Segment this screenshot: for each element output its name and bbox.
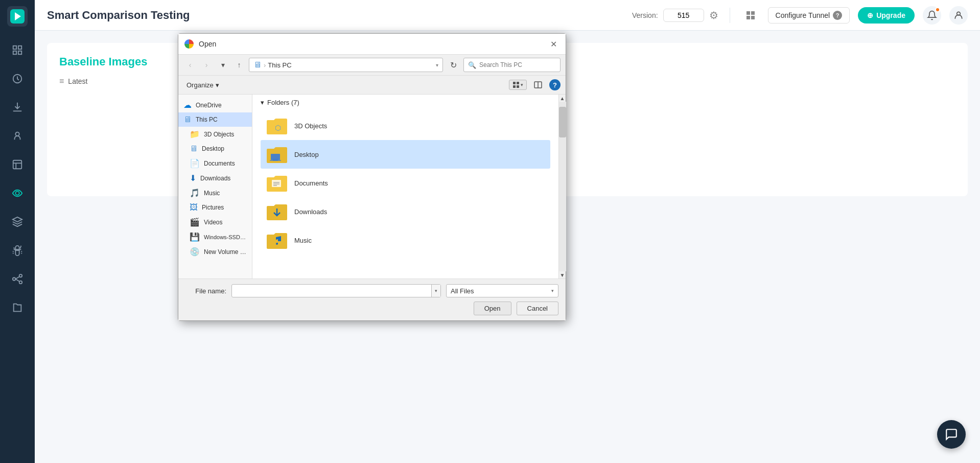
scrollbar-track[interactable]	[559, 102, 566, 271]
nav-windows-ssd[interactable]: 💾 Windows-SSD (C	[178, 229, 252, 244]
filename-input-wrap: ▾	[231, 284, 441, 297]
right-scrollbar: ▲ ▼	[558, 95, 566, 279]
nav-downloads-label: Downloads	[200, 175, 230, 182]
dialog-titlebar: Open ✕	[178, 34, 566, 55]
nav-documents[interactable]: 📄 Documents	[178, 156, 252, 171]
left-nav-panel: ☁ OneDrive 🖥 This PC 📁 3D Objects 🖥 Desk…	[178, 95, 252, 279]
file-item-documents[interactable]: Documents	[261, 169, 550, 197]
svg-rect-30	[272, 180, 281, 187]
organize-label: Organize	[186, 81, 214, 89]
svg-rect-21	[517, 82, 519, 84]
filename-label: File name:	[185, 287, 226, 295]
nav-onedrive-label: OneDrive	[196, 102, 222, 109]
this-pc-icon: 🖥	[183, 115, 192, 124]
file-item-desktop[interactable]: Desktop	[261, 140, 550, 169]
nav-new-volume[interactable]: 💿 New Volume (D:	[178, 244, 252, 259]
help-button[interactable]: ?	[549, 79, 561, 90]
cancel-button[interactable]: Cancel	[517, 302, 558, 315]
windows-ssd-icon: 💾	[190, 232, 200, 242]
preview-pane-button[interactable]	[531, 78, 545, 92]
nav-documents-label: Documents	[204, 160, 235, 167]
nav-this-pc-label: This PC	[196, 116, 218, 123]
open-button[interactable]: Open	[474, 302, 511, 315]
file-list-panel: ▾ Folders (7) ⬡ 3D Objects	[252, 95, 558, 279]
music-folder-icon	[267, 230, 287, 250]
dialog-overlay: Open ✕ ‹ › ▾ ↑ 🖥 › This PC ▾ ↻ 🔍 Organ	[0, 0, 980, 463]
path-chevron: ▾	[436, 62, 438, 68]
desktop-icon: 🖥	[190, 144, 198, 153]
organize-button[interactable]: Organize ▾	[183, 80, 222, 90]
svg-rect-20	[513, 82, 516, 84]
documents-folder-icon	[267, 173, 287, 193]
scroll-up-button[interactable]: ▲	[559, 95, 566, 102]
nav-3d-objects[interactable]: 📁 3D Objects	[178, 127, 252, 142]
search-icon: 🔍	[468, 61, 476, 69]
music-icon: 🎵	[190, 188, 200, 198]
new-volume-icon: 💿	[190, 247, 200, 257]
path-text: This PC	[268, 61, 291, 69]
up-button[interactable]: ↑	[232, 58, 246, 72]
nav-music-label: Music	[204, 190, 220, 197]
search-input[interactable]	[479, 61, 556, 68]
downloads-name: Downloads	[294, 208, 327, 216]
button-row: Open Cancel	[185, 302, 558, 315]
videos-icon: 🎬	[190, 217, 200, 227]
file-item-3d-objects[interactable]: ⬡ 3D Objects	[261, 111, 550, 140]
folders-header: ▾ Folders (7)	[261, 99, 550, 106]
nav-onedrive[interactable]: ☁ OneDrive	[178, 98, 252, 112]
filetype-select[interactable]: All Files ▾	[446, 284, 558, 297]
pictures-icon: 🖼	[190, 203, 198, 212]
view-options-button[interactable]: ▾	[509, 80, 527, 90]
nav-music[interactable]: 🎵 Music	[178, 186, 252, 200]
file-open-dialog: Open ✕ ‹ › ▾ ↑ 🖥 › This PC ▾ ↻ 🔍 Organ	[178, 33, 566, 321]
documents-name: Documents	[294, 179, 328, 187]
onedrive-icon: ☁	[183, 100, 192, 110]
nav-videos-label: Videos	[204, 219, 222, 226]
nav-new-volume-label: New Volume (D:	[204, 248, 247, 256]
nav-downloads[interactable]: ⬇ Downloads	[178, 171, 252, 186]
chrome-icon	[184, 39, 194, 49]
dialog-addressbar: ‹ › ▾ ↑ 🖥 › This PC ▾ ↻ 🔍	[178, 55, 566, 76]
svg-text:⬡: ⬡	[275, 124, 281, 132]
filename-row: File name: ▾ All Files ▾	[185, 284, 558, 297]
nav-desktop-label: Desktop	[202, 145, 224, 152]
svg-rect-22	[513, 85, 516, 88]
refresh-button[interactable]: ↻	[446, 58, 460, 72]
documents-icon: 📄	[190, 158, 200, 168]
nav-this-pc[interactable]: 🖥 This PC	[178, 112, 252, 127]
organize-chevron: ▾	[216, 81, 219, 89]
3d-objects-name: 3D Objects	[294, 122, 327, 130]
svg-rect-23	[517, 85, 519, 88]
nav-pictures[interactable]: 🖼 Pictures	[178, 200, 252, 215]
downloads-folder-icon	[267, 201, 287, 222]
music-name: Music	[294, 237, 312, 244]
desktop-name: Desktop	[294, 151, 319, 158]
search-box: 🔍	[463, 58, 561, 72]
scroll-down-button[interactable]: ▼	[559, 271, 566, 279]
desktop-folder-icon	[267, 144, 287, 165]
nav-windows-ssd-label: Windows-SSD (C	[204, 234, 247, 240]
filename-input[interactable]	[232, 287, 431, 295]
address-path[interactable]: 🖥 › This PC ▾	[249, 58, 443, 72]
forward-button[interactable]: ›	[200, 58, 213, 72]
path-icon: 🖥	[253, 60, 262, 70]
dropdown-button[interactable]: ▾	[216, 58, 229, 72]
filename-dropdown-arrow[interactable]: ▾	[431, 285, 440, 297]
folders-count: Folders (7)	[267, 99, 299, 106]
file-item-downloads[interactable]: Downloads	[261, 197, 550, 226]
filetype-arrow: ▾	[551, 288, 554, 293]
view-dropdown-arrow: ▾	[521, 82, 523, 87]
path-separator: ›	[264, 61, 266, 69]
svg-rect-29	[273, 159, 278, 161]
nav-pictures-label: Pictures	[202, 204, 224, 211]
file-item-music[interactable]: Music	[261, 226, 550, 254]
back-button[interactable]: ‹	[183, 58, 197, 72]
nav-desktop[interactable]: 🖥 Desktop	[178, 142, 252, 156]
3d-objects-folder-icon: ⬡	[267, 115, 287, 136]
dialog-title: Open	[199, 40, 542, 48]
folders-chevron: ▾	[261, 99, 264, 106]
3d-objects-icon: 📁	[190, 129, 200, 139]
nav-3d-objects-label: 3D Objects	[204, 131, 234, 138]
nav-videos[interactable]: 🎬 Videos	[178, 215, 252, 229]
dialog-close-button[interactable]: ✕	[547, 38, 559, 50]
